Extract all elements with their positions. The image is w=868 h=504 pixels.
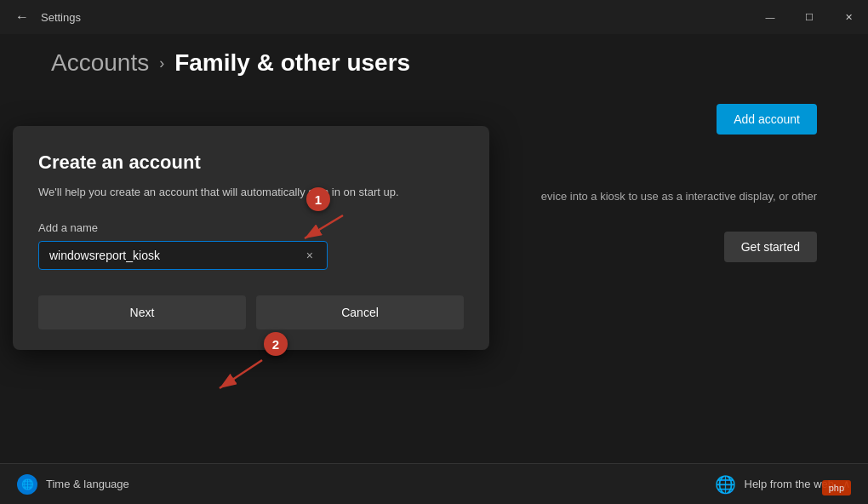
name-input[interactable] [49, 249, 303, 262]
kiosk-description: evice into a kiosk to use as a interacti… [541, 189, 817, 204]
annotation-arrow-2 [211, 356, 279, 398]
name-input-wrapper: × [38, 241, 328, 270]
window-controls: — ☐ ✕ [751, 0, 868, 34]
breadcrumb-chevron: › [159, 54, 164, 72]
cancel-button[interactable]: Cancel [256, 295, 464, 329]
svg-line-1 [305, 215, 343, 238]
watermark: php [822, 480, 851, 495]
maximize-button[interactable]: ☐ [790, 0, 829, 34]
create-account-dialog: Create an account We'll help you create … [13, 126, 489, 350]
svg-line-3 [220, 360, 262, 388]
breadcrumb-accounts[interactable]: Accounts [51, 49, 149, 77]
dialog-title: Create an account [38, 152, 464, 174]
help-label: Help from the web [745, 478, 835, 490]
titlebar: ← Settings — ☐ ✕ [0, 0, 868, 34]
close-button[interactable]: ✕ [829, 0, 868, 34]
breadcrumb: Accounts › Family & other users [0, 34, 868, 87]
app-title: Settings [41, 11, 81, 24]
dialog-description: We'll help you create an account that wi… [38, 184, 464, 201]
time-language-icon: 🌐 [17, 474, 37, 495]
bottom-left: 🌐 Time & language [17, 474, 129, 495]
dialog-buttons: Next Cancel [38, 295, 464, 329]
annotation-circle-1: 1 [306, 187, 330, 211]
get-started-button[interactable]: Get started [724, 232, 817, 262]
clear-input-button[interactable]: × [303, 249, 317, 262]
help-globe-icon: 🌐 [715, 474, 736, 495]
minimize-button[interactable]: — [751, 0, 790, 34]
breadcrumb-current: Family & other users [174, 49, 410, 77]
time-language-label: Time & language [46, 478, 129, 490]
annotation-arrow-1 [296, 211, 347, 245]
add-account-button[interactable]: Add account [717, 104, 817, 135]
bottom-bar: 🌐 Time & language 🌐 Help from the web ∧ [0, 463, 868, 504]
next-button[interactable]: Next [38, 295, 246, 329]
annotation-circle-2: 2 [264, 332, 288, 356]
input-label: Add a name [38, 221, 464, 234]
back-button[interactable]: ← [10, 5, 34, 29]
